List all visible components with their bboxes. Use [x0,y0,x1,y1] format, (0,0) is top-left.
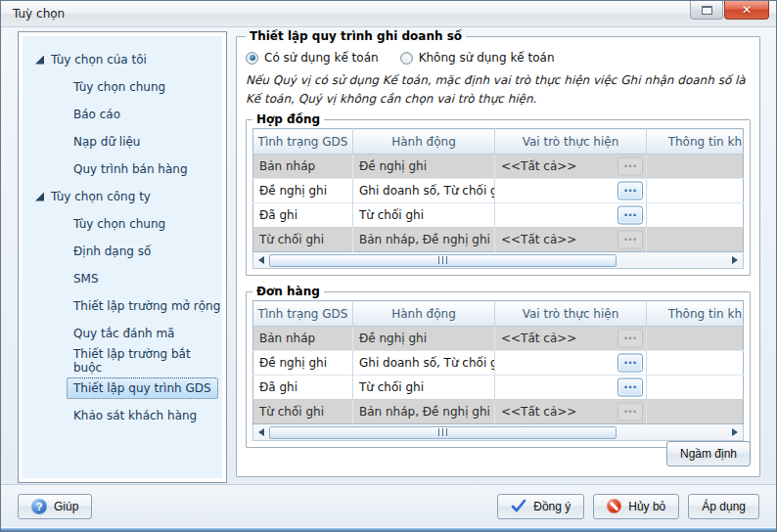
tree-expanded-icon[interactable] [35,193,44,201]
sidebar-item-label: Thiết lập trường bắt buộc [73,347,222,375]
table-row[interactable]: Đề nghị ghi Ghi doanh số, Từ chối ghi ..… [253,351,744,376]
cell-status: Từ chối ghi [253,228,353,252]
table-row[interactable]: Đã ghi Từ chối ghi ... [253,376,744,400]
cell-other-info[interactable] [647,203,744,228]
sidebar-item-quy-trinh-ban-hang[interactable]: Quy trình bán hàng [23,155,222,183]
default-button-label: Ngầm định [680,447,737,461]
sidebar-item-label: Tùy chọn của tôi [51,53,147,66]
sidebar-item-quy-tac-danh-ma[interactable]: Quy tắc đánh mã [23,320,222,347]
role-picker-button-disabled: ... [617,330,643,348]
cell-status[interactable]: Đề nghị ghi [253,179,353,203]
sidebar-item-tuy-chon-cua-toi[interactable]: Tùy chọn của tôi [23,46,222,73]
order-table: Tình trạng GDS Hành động Vai trò thực hi… [252,300,744,424]
role-picker-button[interactable]: ... [617,354,643,373]
horizontal-scrollbar[interactable] [252,252,744,269]
default-button[interactable]: Ngầm định [666,441,751,466]
accounting-note: Nếu Quý vị có sử dụng Kế toán, mặc định … [246,71,751,108]
sidebar-item-quy-trinh-gds-selected[interactable]: Thiết lập quy trình GDS [23,375,222,402]
cell-other-info [647,400,744,424]
scroll-left-arrow[interactable] [253,253,269,268]
scrollbar-thumb[interactable] [269,426,617,439]
role-picker-button[interactable]: ... [617,378,643,397]
scroll-right-arrow[interactable] [727,253,743,268]
help-button[interactable]: ? Giúp [18,494,92,519]
cell-status[interactable]: Đã ghi [253,376,353,400]
scrollbar-track[interactable] [617,253,727,268]
cell-role[interactable]: ... [495,179,647,203]
scrollbar-track[interactable] [617,425,727,440]
sidebar-item-label: Tùy chọn công ty [51,190,151,203]
cell-status[interactable]: Đề nghị ghi [253,351,353,376]
cell-role[interactable]: ... [495,203,647,228]
cell-action[interactable]: Từ chối ghi [353,376,495,400]
window-title: Tuỳ chọn [13,7,65,21]
table-row[interactable]: Đã ghi Từ chối ghi ... [253,203,744,228]
ok-button-label: Đồng ý [533,500,571,513]
sidebar-item-khao-sat-khach-hang[interactable]: Khảo sát khách hàng [23,402,222,429]
scroll-left-arrow[interactable] [253,425,269,440]
sidebar-item-sms[interactable]: SMS [23,265,222,292]
order-group-legend: Đơn hàng [252,285,324,298]
ok-button[interactable]: Đồng ý [497,494,584,519]
role-picker-button-disabled: ... [617,231,643,249]
role-picker-button[interactable]: ... [617,182,643,200]
cell-role: <<Tất cả>> ... [495,155,647,179]
cell-status[interactable]: Đã ghi [253,203,353,228]
table-row: Từ chối ghi Bản nháp, Đề nghị ghi <<Tất … [253,400,744,424]
apply-button[interactable]: Áp dụng [688,494,759,519]
sidebar-item-tuy-chon-chung-cong-ty[interactable]: Tùy chọn chung [23,210,222,238]
scrollbar-thumb[interactable] [269,254,617,267]
table-row: Từ chối ghi Bản nháp, Đề nghị ghi <<Tất … [253,228,744,252]
title-bar[interactable]: Tuỳ chọn ✕ [1,1,776,27]
checkmark-icon [511,499,526,513]
cell-action[interactable]: Ghi doanh số, Từ chối ghi [353,351,495,376]
column-header-role: Vai trò thực hiện [495,301,647,327]
dialog-content: Tùy chọn của tôi Tùy chọn chung Báo cáo … [1,27,776,485]
maximize-button[interactable] [690,1,723,20]
sidebar-item-truong-mo-rong[interactable]: Thiết lập trường mở rộng [23,292,222,320]
scroll-right-arrow[interactable] [727,425,743,440]
table-row[interactable]: Đề nghị ghi Ghi doanh số, Từ chối ghi ..… [253,179,744,203]
sidebar-item-bao-cao[interactable]: Báo cáo [23,101,222,128]
order-group: Đơn hàng Tình trạng GDS Hành động Vai tr… [246,285,751,448]
cancel-icon [607,499,621,513]
sidebar-item-nap-du-lieu[interactable]: Nạp dữ liệu [23,128,222,155]
sidebar-item-label: SMS [73,272,99,286]
table-header-row: Tình trạng GDS Hành động Vai trò thực hi… [253,301,744,327]
sidebar-item-truong-bat-buoc[interactable]: Thiết lập trường bắt buộc [23,347,222,375]
column-header-status: Tình trạng GDS [253,129,353,155]
cell-role: <<Tất cả>> ... [495,228,647,252]
role-picker-button-disabled: ... [617,403,643,421]
accounting-radio-group: Có sử dụng kế toán Không sử dụng kế toán [246,46,751,69]
cell-action[interactable]: Từ chối ghi [353,203,495,228]
role-picker-button[interactable]: ... [617,206,643,225]
column-header-role: Vai trò thực hiện [495,129,647,155]
cell-action: Bản nháp, Đề nghị ghi [353,228,495,252]
role-value: <<Tất cả>> [501,159,576,173]
tree-expanded-icon[interactable] [35,56,44,65]
sidebar-item-tuy-chon-cong-ty[interactable]: Tùy chọn công ty [23,183,222,210]
radio-use-accounting[interactable] [246,52,258,65]
cell-other-info[interactable] [647,376,744,400]
cell-other-info[interactable] [647,179,744,203]
table-header-row: Tình trạng GDS Hành động Vai trò thực hi… [253,129,744,155]
sidebar: Tùy chọn của tôi Tùy chọn chung Báo cáo … [18,31,227,483]
window-bottom-edge [1,527,776,531]
window-controls: ✕ [690,1,769,20]
cancel-button[interactable]: Hủy bỏ [593,494,679,519]
sidebar-item-tuy-chon-chung-toi[interactable]: Tùy chọn chung [23,73,222,101]
cell-action[interactable]: Ghi doanh số, Từ chối ghi [353,179,495,203]
cell-role[interactable]: ... [495,376,647,400]
radio-use-accounting-label: Có sử dụng kế toán [264,51,379,65]
sidebar-item-label: Thiết lập quy trình GDS [67,377,218,399]
help-button-label: Giúp [54,500,78,513]
role-picker-button-disabled: ... [617,157,643,176]
cell-role[interactable]: ... [495,351,647,376]
panel-legend: Thiết lập quy trình ghi doanh số [246,29,466,43]
close-button[interactable]: ✕ [724,1,769,20]
radio-no-accounting[interactable] [400,52,413,65]
cell-other-info[interactable] [647,351,744,376]
sidebar-item-dinh-dang-so[interactable]: Định dạng số [23,238,222,265]
cell-other-info [647,228,744,252]
horizontal-scrollbar[interactable] [252,424,744,441]
